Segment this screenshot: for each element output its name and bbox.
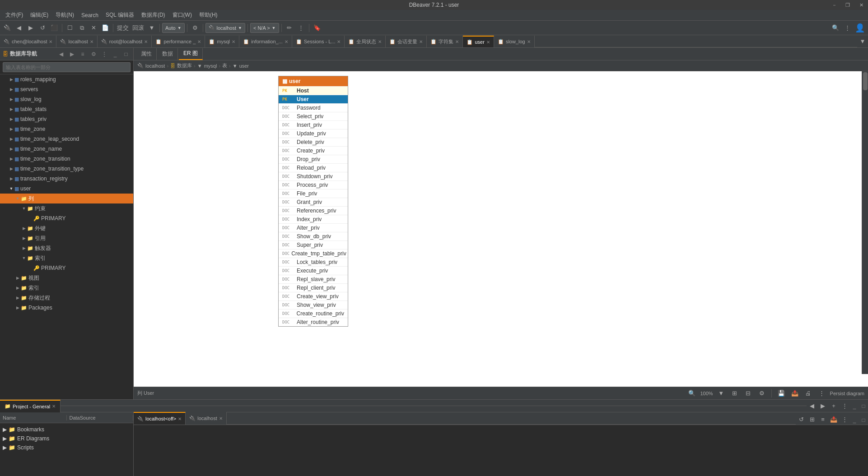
tree-item-fk[interactable]: ▶ 📁 外键 — [0, 223, 133, 233]
tab-charset[interactable]: 📋 字符集 ✕ — [427, 36, 463, 47]
menu-help[interactable]: 帮助(H) — [196, 10, 221, 21]
er-field-ctmptable-priv[interactable]: DOC Create_tmp_table_priv — [279, 249, 348, 258]
forward-button[interactable]: ▶ — [25, 23, 36, 33]
duplicate-button[interactable]: ⧉ — [76, 23, 87, 33]
er-zoom-in-btn[interactable]: ▼ — [716, 388, 727, 399]
nav-filter-btn[interactable]: ⚙ — [89, 50, 98, 59]
tab-data[interactable]: 数据 — [158, 48, 178, 60]
tree-search-input[interactable] — [3, 62, 131, 72]
menu-window[interactable]: 窗口(W) — [169, 10, 196, 21]
tab-user-close[interactable]: ✕ — [486, 40, 490, 45]
bottom-tab-project[interactable]: 📁 Project - General ✕ — [0, 400, 61, 412]
er-field-alter-priv[interactable]: DOC Alter_priv — [279, 223, 348, 232]
nav-collapse-btn[interactable]: ≡ — [78, 50, 87, 59]
bottom-conn-close1[interactable]: ✕ — [178, 416, 182, 421]
er-export-btn[interactable]: 📤 — [789, 388, 800, 399]
tab-performance-close[interactable]: ✕ — [197, 39, 201, 44]
new-connection-button[interactable]: 🔌 — [2, 23, 13, 33]
bottom-add-btn[interactable]: + — [828, 401, 839, 411]
breadcrumb-user[interactable]: user — [239, 63, 249, 69]
er-field-lock-priv[interactable]: DOC Lock_tables_priv — [279, 258, 348, 266]
bottom-item-scripts[interactable]: ▶ 📁 Scripts — [0, 443, 133, 452]
tab-sessions-close[interactable]: ✕ — [337, 39, 341, 44]
tree-item-tz-trans-type[interactable]: ▶ ▦ time_zone_transition_type — [0, 164, 133, 174]
stop-button[interactable]: ⬛ — [49, 23, 60, 33]
bottom-min2-btn[interactable]: _ — [850, 416, 859, 425]
bottom-item-bookmarks[interactable]: ▶ 📁 Bookmarks — [0, 425, 133, 434]
tree-item-roles-mapping[interactable]: ▶ ▦ roles_mapping — [0, 74, 133, 84]
tree-item-tz-leap[interactable]: ▶ ▦ time_zone_leap_second — [0, 134, 133, 144]
er-field-createview-priv[interactable]: DOC Create_view_priv — [279, 292, 348, 300]
tree-item-stored-procs[interactable]: ▶ 📁 存储过程 — [0, 293, 133, 303]
close-button[interactable]: ✕ — [854, 0, 868, 10]
tab-slowlog-close[interactable]: ✕ — [527, 39, 531, 44]
close-tab-button[interactable]: ✕ — [88, 23, 99, 33]
more-button[interactable]: ⋮ — [296, 23, 307, 33]
tab-chen[interactable]: 🔌 chen@localhost ✕ — [0, 36, 56, 47]
tree-item-trans-registry[interactable]: ▶ ▦ transaction_registry — [0, 174, 133, 184]
er-field-execute-priv[interactable]: DOC Execute_priv — [279, 266, 348, 275]
tree-item-tables-priv[interactable]: ▶ ▦ tables_priv — [0, 114, 133, 124]
tab-performance[interactable]: 📋 performance _ ✕ — [152, 36, 205, 47]
er-field-create-priv[interactable]: DOC Create_priv — [279, 146, 348, 155]
bottom-maximize-btn[interactable]: □ — [859, 402, 868, 411]
user-icon[interactable]: 👤 — [854, 23, 866, 33]
tab-sessionvar[interactable]: 📋 会话变量 ✕ — [386, 36, 427, 47]
format-button[interactable]: ✏ — [284, 23, 295, 33]
er-settings-btn[interactable]: ⚙ — [756, 388, 767, 399]
breadcrumb-database[interactable]: 数据库 — [177, 62, 192, 69]
er-field-repl-slave[interactable]: DOC Repl_slave_priv — [279, 275, 348, 283]
bottom-max2-btn[interactable]: □ — [859, 416, 868, 425]
more-right-button[interactable]: ⋮ — [842, 23, 853, 33]
menu-navigate[interactable]: 导航(N) — [52, 10, 78, 21]
tree-item-primary-key[interactable]: 🔑 PRIMARY — [0, 213, 133, 223]
menu-edit[interactable]: 编辑(E) — [27, 10, 52, 21]
er-scrollbar-v[interactable] — [862, 71, 868, 374]
er-field-grant-priv[interactable]: DOC Grant_priv — [279, 198, 348, 206]
er-save-btn[interactable]: 💾 — [776, 388, 787, 399]
er-grid-btn[interactable]: ⊟ — [743, 388, 754, 399]
er-field-createroutine-priv[interactable]: DOC Create_routine_priv — [279, 309, 348, 318]
er-field-drop-priv[interactable]: DOC Drop_priv — [279, 155, 348, 163]
tab-chen-close[interactable]: ✕ — [49, 39, 52, 44]
tab-mysql[interactable]: 📋 mysql ✕ — [205, 36, 239, 47]
tab-information[interactable]: 📋 information_... ✕ — [239, 36, 292, 47]
tree-item-columns[interactable]: ▼ 📁 列 — [0, 194, 133, 203]
er-print-btn[interactable]: 🖨 — [803, 388, 814, 399]
auto-dropdown[interactable]: Auto ▼ — [162, 23, 185, 33]
er-field-password[interactable]: DOC Password — [279, 103, 348, 112]
bottom-conn-tab-localhost2[interactable]: 🔌 localhost ✕ — [186, 412, 226, 425]
er-field-user[interactable]: PK User — [279, 95, 348, 103]
tab-globalstatus-close[interactable]: ✕ — [378, 39, 382, 44]
tree-item-tz-trans[interactable]: ▶ ▦ time_zone_transition — [0, 154, 133, 164]
er-field-showdb-priv[interactable]: DOC Show_db_priv — [279, 232, 348, 240]
bottom-tab-close[interactable]: ✕ — [52, 404, 56, 409]
tree-item-views[interactable]: ▶ 📁 视图 — [0, 273, 133, 283]
breadcrumb-localhost[interactable]: localhost — [145, 63, 165, 69]
breadcrumb-mysql[interactable]: mysql — [204, 63, 217, 69]
bottom-rows-btn[interactable]: ≡ — [817, 414, 828, 425]
menu-file[interactable]: 文件(F) — [2, 10, 27, 21]
bottom-export2-btn[interactable]: 📤 — [828, 414, 839, 425]
er-field-insert-priv[interactable]: DOC Insert_priv — [279, 120, 348, 129]
tab-list-button[interactable]: ▼ — [857, 35, 868, 47]
bottom-cols-btn[interactable]: ⊞ — [807, 414, 817, 425]
bottom-conn-tab-localhost-off[interactable]: 🔌 localhost<off> ✕ — [134, 412, 186, 425]
bottom-nav-fwd[interactable]: ▶ — [817, 401, 828, 411]
nav-forward-btn[interactable]: ▶ — [67, 50, 76, 59]
settings-icon[interactable]: ⚙ — [190, 23, 201, 33]
er-field-reload-priv[interactable]: DOC Reload_priv — [279, 163, 348, 172]
er-field-refs-priv[interactable]: DOC References_priv — [279, 206, 348, 215]
tree-item-indexes[interactable]: ▼ 📁 索引 — [0, 253, 133, 263]
bookmark-button[interactable]: 🔖 — [312, 23, 322, 33]
tab-properties[interactable]: 属性 — [136, 48, 157, 60]
tab-slowlog[interactable]: 📋 slow_log ✕ — [494, 36, 535, 47]
tree-item-servers[interactable]: ▶ ▦ servers — [0, 84, 133, 94]
tree-item-slow-log[interactable]: ▶ ▦ slow_log — [0, 94, 133, 104]
bottom-minimize-btn[interactable]: _ — [850, 402, 859, 411]
rollback-arrow[interactable]: ▼ — [146, 23, 157, 33]
back-button[interactable]: ◀ — [14, 23, 24, 33]
tree-item-primary-index[interactable]: 🔑 PRIMARY — [0, 263, 133, 273]
tab-user[interactable]: 📋 user ✕ — [463, 36, 494, 47]
tree-item-user[interactable]: ▼ ▦ user — [0, 184, 133, 194]
